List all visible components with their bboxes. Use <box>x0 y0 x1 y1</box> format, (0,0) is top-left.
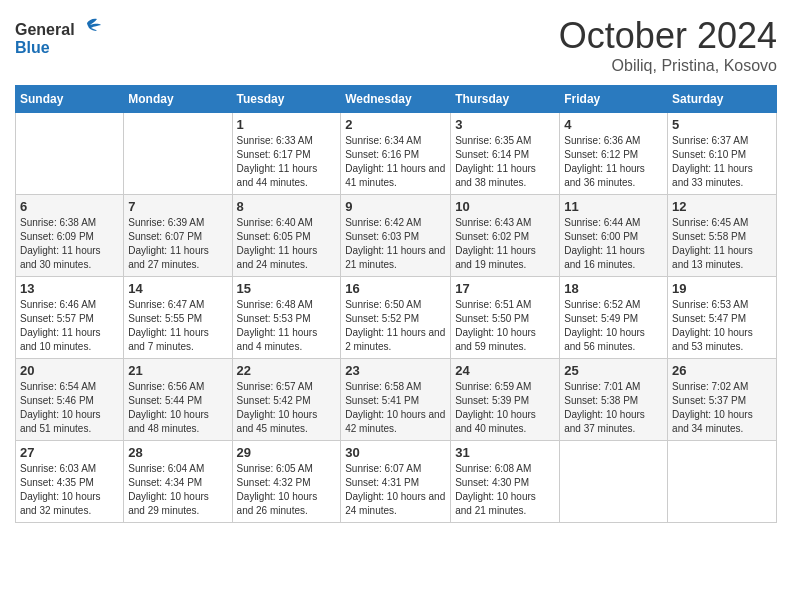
daylight-text: Daylight: 11 hours and 44 minutes. <box>237 163 318 188</box>
svg-text:General: General <box>15 21 75 38</box>
day-info: Sunrise: 6:44 AMSunset: 6:00 PMDaylight:… <box>564 216 663 272</box>
day-number: 17 <box>455 281 555 296</box>
day-info: Sunrise: 6:47 AMSunset: 5:55 PMDaylight:… <box>128 298 227 354</box>
day-number: 2 <box>345 117 446 132</box>
sunrise-text: Sunrise: 6:42 AM <box>345 217 421 228</box>
header: General Blue October 2024 Obiliq, Pristi… <box>15 15 777 75</box>
day-info: Sunrise: 6:48 AMSunset: 5:53 PMDaylight:… <box>237 298 337 354</box>
sunrise-text: Sunrise: 6:44 AM <box>564 217 640 228</box>
day-info: Sunrise: 6:35 AMSunset: 6:14 PMDaylight:… <box>455 134 555 190</box>
daylight-text: Daylight: 10 hours and 37 minutes. <box>564 409 645 434</box>
sunset-text: Sunset: 5:57 PM <box>20 313 94 324</box>
sunset-text: Sunset: 6:14 PM <box>455 149 529 160</box>
col-friday: Friday <box>560 86 668 113</box>
table-row: 7Sunrise: 6:39 AMSunset: 6:07 PMDaylight… <box>124 195 232 277</box>
sunset-text: Sunset: 5:44 PM <box>128 395 202 406</box>
table-row <box>668 441 777 523</box>
calendar-week-row: 13Sunrise: 6:46 AMSunset: 5:57 PMDayligh… <box>16 277 777 359</box>
day-number: 19 <box>672 281 772 296</box>
sunset-text: Sunset: 5:53 PM <box>237 313 311 324</box>
daylight-text: Daylight: 10 hours and 53 minutes. <box>672 327 753 352</box>
daylight-text: Daylight: 11 hours and 19 minutes. <box>455 245 536 270</box>
table-row: 11Sunrise: 6:44 AMSunset: 6:00 PMDayligh… <box>560 195 668 277</box>
sunset-text: Sunset: 6:03 PM <box>345 231 419 242</box>
col-saturday: Saturday <box>668 86 777 113</box>
logo-text: General Blue <box>15 15 105 64</box>
sunrise-text: Sunrise: 6:35 AM <box>455 135 531 146</box>
daylight-text: Daylight: 11 hours and 41 minutes. <box>345 163 445 188</box>
day-number: 16 <box>345 281 446 296</box>
sunrise-text: Sunrise: 6:52 AM <box>564 299 640 310</box>
day-number: 7 <box>128 199 227 214</box>
sunrise-text: Sunrise: 6:03 AM <box>20 463 96 474</box>
sunset-text: Sunset: 5:58 PM <box>672 231 746 242</box>
daylight-text: Daylight: 10 hours and 40 minutes. <box>455 409 536 434</box>
sunrise-text: Sunrise: 6:37 AM <box>672 135 748 146</box>
table-row: 21Sunrise: 6:56 AMSunset: 5:44 PMDayligh… <box>124 359 232 441</box>
table-row: 31Sunrise: 6:08 AMSunset: 4:30 PMDayligh… <box>451 441 560 523</box>
sunrise-text: Sunrise: 6:33 AM <box>237 135 313 146</box>
day-info: Sunrise: 6:36 AMSunset: 6:12 PMDaylight:… <box>564 134 663 190</box>
sunset-text: Sunset: 6:16 PM <box>345 149 419 160</box>
sunrise-text: Sunrise: 6:05 AM <box>237 463 313 474</box>
table-row: 30Sunrise: 6:07 AMSunset: 4:31 PMDayligh… <box>341 441 451 523</box>
daylight-text: Daylight: 11 hours and 13 minutes. <box>672 245 753 270</box>
sunrise-text: Sunrise: 6:57 AM <box>237 381 313 392</box>
day-info: Sunrise: 7:01 AMSunset: 5:38 PMDaylight:… <box>564 380 663 436</box>
table-row: 14Sunrise: 6:47 AMSunset: 5:55 PMDayligh… <box>124 277 232 359</box>
day-number: 13 <box>20 281 119 296</box>
calendar-week-row: 1Sunrise: 6:33 AMSunset: 6:17 PMDaylight… <box>16 113 777 195</box>
day-info: Sunrise: 6:50 AMSunset: 5:52 PMDaylight:… <box>345 298 446 354</box>
sunset-text: Sunset: 4:30 PM <box>455 477 529 488</box>
col-thursday: Thursday <box>451 86 560 113</box>
day-info: Sunrise: 6:51 AMSunset: 5:50 PMDaylight:… <box>455 298 555 354</box>
sunrise-text: Sunrise: 6:45 AM <box>672 217 748 228</box>
daylight-text: Daylight: 11 hours and 21 minutes. <box>345 245 445 270</box>
daylight-text: Daylight: 11 hours and 2 minutes. <box>345 327 445 352</box>
sunrise-text: Sunrise: 6:56 AM <box>128 381 204 392</box>
sunrise-text: Sunrise: 6:58 AM <box>345 381 421 392</box>
sunrise-text: Sunrise: 6:07 AM <box>345 463 421 474</box>
day-number: 31 <box>455 445 555 460</box>
sunset-text: Sunset: 5:46 PM <box>20 395 94 406</box>
day-number: 5 <box>672 117 772 132</box>
day-info: Sunrise: 6:37 AMSunset: 6:10 PMDaylight:… <box>672 134 772 190</box>
daylight-text: Daylight: 10 hours and 32 minutes. <box>20 491 101 516</box>
day-number: 28 <box>128 445 227 460</box>
day-info: Sunrise: 6:56 AMSunset: 5:44 PMDaylight:… <box>128 380 227 436</box>
table-row: 3Sunrise: 6:35 AMSunset: 6:14 PMDaylight… <box>451 113 560 195</box>
day-number: 3 <box>455 117 555 132</box>
day-info: Sunrise: 6:40 AMSunset: 6:05 PMDaylight:… <box>237 216 337 272</box>
sunrise-text: Sunrise: 7:02 AM <box>672 381 748 392</box>
table-row <box>560 441 668 523</box>
sunset-text: Sunset: 5:38 PM <box>564 395 638 406</box>
sunset-text: Sunset: 6:17 PM <box>237 149 311 160</box>
sunrise-text: Sunrise: 6:04 AM <box>128 463 204 474</box>
calendar-week-row: 6Sunrise: 6:38 AMSunset: 6:09 PMDaylight… <box>16 195 777 277</box>
sunrise-text: Sunrise: 6:36 AM <box>564 135 640 146</box>
table-row: 15Sunrise: 6:48 AMSunset: 5:53 PMDayligh… <box>232 277 341 359</box>
daylight-text: Daylight: 11 hours and 36 minutes. <box>564 163 645 188</box>
day-number: 11 <box>564 199 663 214</box>
sunrise-text: Sunrise: 6:38 AM <box>20 217 96 228</box>
location: Obiliq, Pristina, Kosovo <box>559 57 777 75</box>
table-row: 9Sunrise: 6:42 AMSunset: 6:03 PMDaylight… <box>341 195 451 277</box>
table-row: 17Sunrise: 6:51 AMSunset: 5:50 PMDayligh… <box>451 277 560 359</box>
daylight-text: Daylight: 10 hours and 59 minutes. <box>455 327 536 352</box>
sunrise-text: Sunrise: 6:47 AM <box>128 299 204 310</box>
svg-text:Blue: Blue <box>15 39 50 56</box>
day-number: 4 <box>564 117 663 132</box>
table-row <box>16 113 124 195</box>
table-row: 24Sunrise: 6:59 AMSunset: 5:39 PMDayligh… <box>451 359 560 441</box>
day-number: 10 <box>455 199 555 214</box>
day-number: 12 <box>672 199 772 214</box>
daylight-text: Daylight: 11 hours and 27 minutes. <box>128 245 209 270</box>
table-row: 18Sunrise: 6:52 AMSunset: 5:49 PMDayligh… <box>560 277 668 359</box>
table-row: 10Sunrise: 6:43 AMSunset: 6:02 PMDayligh… <box>451 195 560 277</box>
daylight-text: Daylight: 10 hours and 56 minutes. <box>564 327 645 352</box>
sunset-text: Sunset: 5:39 PM <box>455 395 529 406</box>
day-number: 21 <box>128 363 227 378</box>
table-row: 2Sunrise: 6:34 AMSunset: 6:16 PMDaylight… <box>341 113 451 195</box>
day-info: Sunrise: 6:43 AMSunset: 6:02 PMDaylight:… <box>455 216 555 272</box>
sunrise-text: Sunrise: 6:59 AM <box>455 381 531 392</box>
